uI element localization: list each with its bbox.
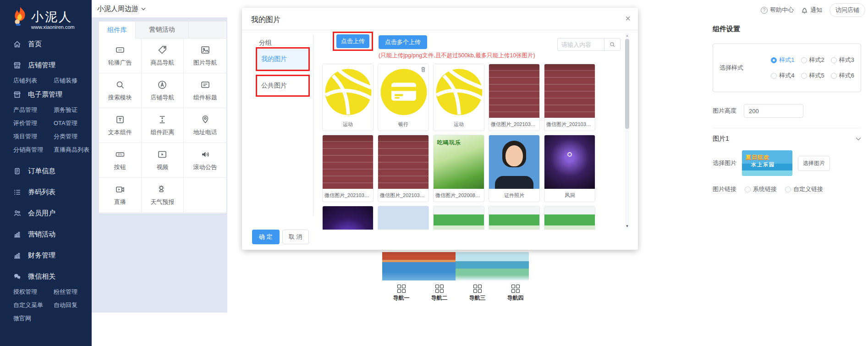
image-card[interactable]: 风洞 [544,135,595,202]
page-title-dropdown[interactable]: 小泥人周边游 [97,5,146,13]
upload-button[interactable]: 点击上传 [336,34,369,48]
image-card[interactable]: 微信图片_2021030... [378,135,429,202]
sidebar-subitem[interactable]: 自动回复 [54,301,92,309]
image-card[interactable] [378,206,429,230]
sidebar-subitem[interactable]: 直播商品列表 [54,146,92,154]
sidebar-item-label: 首页 [28,40,42,49]
component-search-module[interactable]: 搜索模块 [99,73,142,108]
component-shop-nav[interactable]: 店铺导航 [142,73,184,108]
component-weather[interactable]: 天气预报 [142,178,184,213]
preview-nav-item-1[interactable]: 导航一 [393,285,410,302]
sidebar-subitem[interactable]: 评价管理 [13,119,54,127]
image-card[interactable] [322,206,374,230]
sidebar-item-eticket[interactable]: 电子票管理 [0,88,92,101]
search-input[interactable] [557,38,604,51]
component-button[interactable]: BTN 按钮 [99,143,142,178]
component-live[interactable]: 直播 [99,178,142,213]
component-scrolling-notice[interactable]: 滚动公告 [184,143,226,178]
radio-style-6[interactable]: 样式6 [831,71,854,80]
close-icon[interactable]: × [625,13,631,24]
preview-nav-item-2[interactable]: 导航二 [431,285,448,302]
home-icon [13,40,21,48]
cancel-button[interactable]: 取 消 [282,230,309,244]
image-card[interactable] [433,206,484,230]
sidebar-subitem[interactable]: OTA管理 [54,119,92,127]
sidebar-item-label: 财务管理 [28,251,55,260]
portrait-shoulders [495,176,533,189]
brand-site: www.xiaoniren.com [31,24,75,30]
visit-shop-button[interactable]: 访问店铺 [830,3,865,17]
sidebar: 小泥人 www.xiaoniren.com 首页 店铺管理 店铺列表 店铺装修 … [0,0,92,346]
radio-style-2[interactable]: 样式2 [801,56,824,64]
component-image-nav[interactable]: 图片导航 [184,38,226,73]
preview-nav-item-3[interactable]: 导航三 [469,285,486,302]
scroll-up-icon[interactable]: ▲ [625,33,630,38]
sidebar-subitem[interactable]: 票务验证 [54,106,92,114]
multi-upload-button[interactable]: 点击多个上传 [379,35,427,49]
scroll-down-icon[interactable]: ▼ [625,224,630,228]
component-carousel-ad[interactable]: 轮播广告 [99,38,142,73]
vertical-divider [313,34,313,216]
notifications-link[interactable]: 通知 [801,6,822,14]
component-address-phone[interactable]: 地址电话 [184,108,226,143]
image-card[interactable]: 银行 [378,64,429,131]
radio-system-link[interactable]: 系统链接 [745,185,777,193]
preview-nav-item-4[interactable]: 导航四 [507,285,524,302]
radio-style-1[interactable]: 样式1 [771,56,794,64]
sidebar-subitem[interactable]: 店铺装修 [54,77,92,85]
group-item-public-images[interactable]: 公共图片 [256,75,310,97]
tab-component-library[interactable]: 组件库 [99,22,136,38]
sidebar-subitem[interactable]: 分销商管理 [13,146,54,154]
sidebar-subitem[interactable]: 项目管理 [13,132,54,141]
preview-photo-slides[interactable] [456,252,529,280]
sidebar-item-members[interactable]: 会员用户 [0,206,92,220]
help-center-link[interactable]: ? 帮助中心 [761,6,794,14]
search-button[interactable] [604,38,621,51]
scrollbar-thumb[interactable] [625,39,629,129]
radio-custom-link[interactable]: 自定义链接 [785,185,823,193]
image-card[interactable] [489,206,540,230]
image-card[interactable]: 微信图片_2021030... [544,64,595,131]
radio-style-3[interactable]: 样式3 [831,56,854,64]
radio-style-4[interactable]: 样式4 [771,71,794,80]
chevron-down-icon[interactable] [856,137,861,141]
sidebar-subitem[interactable]: 粉丝管理 [54,288,92,296]
image-card[interactable] [544,206,595,230]
component-spacing[interactable]: 组件距离 [142,108,184,143]
sidebar-subitem[interactable]: 授权管理 [13,288,54,296]
sidebar-subitem[interactable]: 自定义菜单 [13,301,54,309]
sidebar-subitem[interactable]: 产品管理 [13,106,54,114]
sidebar-item-marketing[interactable]: 营销活动 [0,227,92,241]
group-item-my-images[interactable]: 我的图片 [256,47,310,71]
sidebar-item-finance[interactable]: 财务管理 [0,248,92,262]
selected-image-thumbnail[interactable]: 夏日狂欢 水上乐园 [742,150,792,176]
sidebar-subitem[interactable]: 微官网 [13,314,54,323]
sidebar-subitem[interactable]: 店铺列表 [13,77,54,85]
image-height-input[interactable] [744,104,803,118]
image-1-section-header[interactable]: 图片1 [713,135,861,143]
sidebar-item-home[interactable]: 首页 [0,37,92,51]
image-card[interactable]: 证件照片 [489,135,540,202]
sidebar-subitem[interactable]: 分类管理 [54,132,92,141]
delete-icon[interactable] [420,66,427,73]
sidebar-item-orders[interactable]: 订单信息 [0,164,92,178]
image-card[interactable]: 微信图片_2021030... [489,64,540,131]
brand-logo[interactable]: 小泥人 www.xiaoniren.com [0,0,92,30]
preview-photo-waterpark[interactable] [382,252,456,280]
image-card[interactable]: 吃喝玩乐 微信图片_2020082... [433,135,484,202]
confirm-button[interactable]: 确 定 [252,230,280,244]
pick-image-button[interactable]: 选择图片 [798,156,830,171]
sidebar-item-shop[interactable]: 店铺管理 [0,58,92,72]
sidebar-item-wechat[interactable]: 微信相关 [0,269,92,283]
image-card[interactable]: 微信图片_2021030... [322,135,374,202]
component-text[interactable]: 文本组件 [99,108,142,143]
component-product-nav[interactable]: 商品导航 [142,38,184,73]
image-card[interactable]: 运动 [322,64,374,131]
sidebar-item-coupons[interactable]: 券码列表 [0,185,92,199]
component-title[interactable]: 组件标题 [184,73,226,108]
component-video[interactable]: 视频 [142,143,184,178]
tab-marketing-activity[interactable]: 营销活动 [136,22,189,38]
radio-style-5[interactable]: 样式5 [801,71,824,80]
document-icon [13,167,21,175]
image-card[interactable]: 运动 [433,64,484,131]
